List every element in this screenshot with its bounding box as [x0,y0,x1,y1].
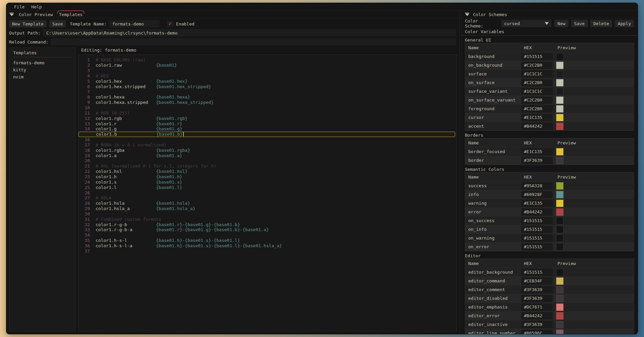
editor-line[interactable]: 22color1.hsl {base01.hsl} [78,169,457,174]
hex-value-input[interactable]: #B44242 [521,208,553,216]
color-preview-swatch[interactable] [556,88,564,95]
hex-value-input[interactable]: #E1C135 [521,114,553,121]
new-template-button[interactable]: New Template [9,20,47,27]
editor-line[interactable]: 17# RGBA (A = 0-1 normalized) [78,142,457,148]
color-preview-swatch[interactable] [556,157,564,164]
editor-line[interactable]: 37 [78,248,457,254]
hex-value-input[interactable]: #B44242 [521,312,553,320]
color-preview-swatch[interactable] [556,70,564,78]
color-preview-swatch[interactable] [556,53,564,60]
editor-line[interactable]: 30 [78,211,457,216]
color-preview-swatch[interactable] [556,79,564,86]
editor-line[interactable]: 13color1.r {base01.r} [78,121,457,126]
hex-value-input[interactable]: #C2C2B0 [521,79,553,86]
tab-templates[interactable]: Templates [58,11,84,18]
hex-value-input[interactable]: #3F3639 [521,286,553,293]
editor-line[interactable]: 33color1.r-g-b-a {base01.r}-{base01.g}-{… [78,227,457,232]
editor-line[interactable]: 18color1.rgba {base01.rgba} [78,147,457,153]
scheme-new-button[interactable]: New [554,20,568,27]
color-preview-swatch[interactable] [556,123,564,130]
hex-value-input[interactable]: #E1C135 [521,148,553,155]
hex-value-input[interactable]: #95A328 [521,182,553,190]
hex-value-input[interactable]: #1C1C1C [521,70,553,78]
color-preview-swatch[interactable] [556,286,564,293]
menu-item-help[interactable]: Help [28,4,45,10]
editor-line[interactable]: 27# HSLA [78,195,457,201]
editor-line[interactable]: 11# RGB (0-255) [78,110,457,116]
color-preview-swatch[interactable] [556,295,564,302]
editor-line[interactable]: 36color1.h-s-l-a {base01.h}-{base01.s}-{… [78,243,457,249]
editor-line[interactable]: 3 [78,68,457,73]
editor-line[interactable]: 25color1.l {base01.l} [78,185,457,190]
editor-line[interactable]: 2color1.raw {base01} [78,63,457,68]
hex-value-input[interactable]: #151515 [521,53,553,60]
editor-line[interactable]: 1# BASE COLORS (raw) [78,57,457,63]
color-preview-swatch[interactable] [556,200,564,207]
color-preview-swatch[interactable] [556,269,564,276]
editor-line[interactable]: 31# Combined custom formats [78,216,457,222]
color-preview-swatch[interactable] [556,321,564,328]
editor-line[interactable]: 4# HEX [78,73,457,79]
editor-line[interactable]: 6color1.hex.stripped {base01.hex_strippe… [78,84,457,89]
template-name-input[interactable]: formats-demo [109,20,160,27]
hex-value-input[interactable]: #C2C2B0 [521,105,553,113]
editor-line[interactable]: 28color1.hsla {base01.hsla} [78,201,457,206]
reload-command-input[interactable] [51,38,456,46]
editor-line[interactable]: 10 [78,105,457,111]
hex-value-input[interactable]: #151515 [521,217,553,224]
editor-line[interactable]: 24color1.s {base01.s} [78,179,457,185]
color-preview-swatch[interactable] [556,243,564,251]
editor-line[interactable]: 14color1.g {base01.g} [78,126,457,132]
color-preview-swatch[interactable] [556,217,564,224]
editor-line[interactable]: 5color1.hex {base01.hex} [78,78,457,84]
hex-value-input[interactable]: #3F3639 [521,321,553,328]
menu-item-file[interactable]: File [11,4,28,10]
collapse-arrow-icon[interactable] [465,13,469,16]
color-preview-swatch[interactable] [556,105,564,113]
editor-line[interactable]: 8color1.hexa {base01.hexa} [78,94,457,100]
hex-value-input[interactable]: #3F3639 [521,157,553,164]
color-scheme-select[interactable]: cursed [501,20,551,27]
editor-line[interactable]: 34 [78,232,457,238]
template-editor[interactable]: 1# BASE COLORS (raw)2color1.raw {base01}… [78,55,457,331]
hex-value-input[interactable]: #1C1C1C [521,88,553,95]
hex-value-input[interactable]: #151515 [521,226,553,233]
hex-value-input[interactable]: #151515 [521,234,553,242]
editor-line[interactable]: 12color1.rgb {base01.rgb} [78,116,457,121]
template-list-item[interactable]: nvim [13,73,71,80]
editor-line[interactable]: 19color1.a {base01.a} [78,153,457,158]
editor-line[interactable]: 32color1.r-g-b {base01.r}-{base01.g}-{ba… [78,222,457,227]
editor-line[interactable]: 21# HSL (normalized 0-1 for s,l, integer… [78,163,457,169]
hex-value-input[interactable]: #3F3639 [521,295,553,302]
hex-value-input[interactable]: #C2C2B0 [521,96,553,104]
color-preview-swatch[interactable] [556,208,564,216]
scheme-save-button[interactable]: Save [571,20,588,27]
editor-line[interactable]: 9color1.hexa.stripped {base01.hexa_strip… [78,100,457,105]
editor-line[interactable]: 26 [78,190,457,195]
color-preview-swatch[interactable] [556,96,564,104]
template-list-item[interactable]: formats-demo [13,59,71,66]
color-preview-swatch[interactable] [556,62,564,69]
hex-value-input[interactable]: #60928F [521,191,553,198]
hex-value-input[interactable]: #DC7671 [521,304,553,311]
color-preview-swatch[interactable] [556,234,564,242]
save-template-button[interactable]: Save [49,20,66,27]
tab-color-preview[interactable]: Color Preview [18,11,54,18]
editor-line[interactable]: 23color1.h {base01.h} [78,174,457,180]
hex-value-input[interactable]: #CEB34F [521,277,553,285]
template-list-item[interactable]: kitty [13,66,71,73]
color-preview-swatch[interactable] [556,114,564,121]
hex-value-input[interactable]: #E1C135 [521,200,553,207]
editor-line[interactable]: 16 [78,137,457,142]
hex-value-input[interactable]: #86596C [521,330,553,334]
hex-value-input[interactable]: #B44242 [521,123,553,130]
scheme-delete-button[interactable]: Delete [590,20,612,27]
editor-line[interactable]: 29color1.hsla_a {base01.hsla_a} [78,206,457,211]
hex-value-input[interactable]: #151515 [521,243,553,251]
editor-line[interactable]: 20 [78,158,457,163]
editor-line[interactable]: 7 [78,89,457,94]
color-preview-swatch[interactable] [556,330,564,334]
collapse-arrow-icon[interactable] [9,13,14,16]
enabled-checkbox[interactable]: ✓ [167,21,173,27]
hex-value-input[interactable]: #C2C2B0 [521,62,553,69]
